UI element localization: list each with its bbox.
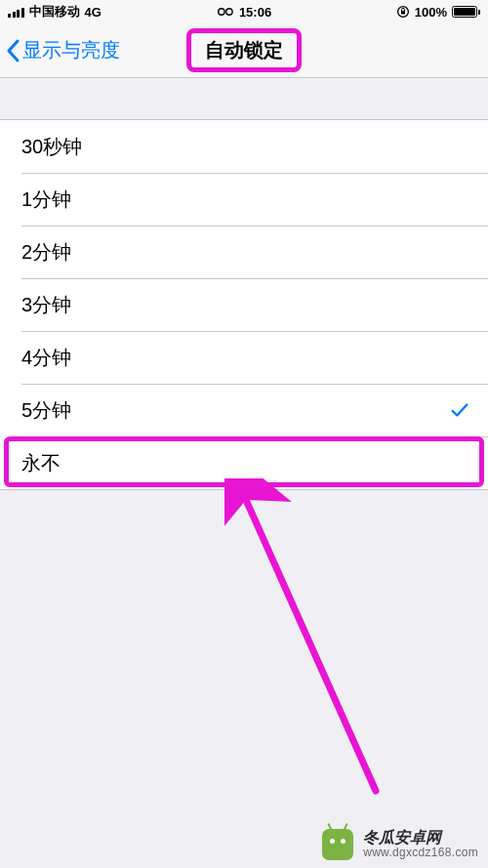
page-title: 自动锁定 xyxy=(186,28,302,72)
watermark-title: 冬瓜安卓网 xyxy=(363,829,478,847)
option-5min[interactable]: 5分钟 xyxy=(0,384,488,436)
hotspot-icon xyxy=(217,7,234,17)
watermark-url: www.dgxcdz168.com xyxy=(363,847,478,860)
network-label: 4G xyxy=(85,5,102,20)
option-label: 4分钟 xyxy=(21,345,71,371)
status-right: 100% xyxy=(396,5,480,20)
option-label: 3分钟 xyxy=(21,292,71,318)
status-center: 15:06 xyxy=(217,5,271,20)
option-label: 5分钟 xyxy=(21,397,71,424)
option-label: 永不 xyxy=(21,450,61,476)
carrier-label: 中国移动 xyxy=(29,3,80,21)
battery-icon xyxy=(452,6,480,18)
option-never[interactable]: 永不 xyxy=(0,436,488,489)
svg-line-4 xyxy=(246,500,376,791)
option-2min[interactable]: 2分钟 xyxy=(0,226,488,278)
option-label: 1分钟 xyxy=(21,186,71,213)
status-bar: 中国移动 4G 15:06 100% xyxy=(0,0,488,23)
status-left: 中国移动 4G xyxy=(8,3,102,21)
battery-pct: 100% xyxy=(415,5,447,20)
spacer xyxy=(0,78,488,119)
svg-point-0 xyxy=(219,9,224,15)
back-button[interactable]: 显示与亮度 xyxy=(0,37,120,63)
orientation-lock-icon xyxy=(396,5,410,19)
option-1min[interactable]: 1分钟 xyxy=(0,173,488,226)
autolock-option-list: 30秒钟 1分钟 2分钟 3分钟 4分钟 5分钟 永不 xyxy=(0,119,488,490)
watermark: 冬瓜安卓网 www.dgxcdz168.com xyxy=(312,821,488,868)
option-label: 2分钟 xyxy=(21,239,71,266)
option-4min[interactable]: 4分钟 xyxy=(0,331,488,384)
svg-point-1 xyxy=(226,9,232,15)
chevron-left-icon xyxy=(6,39,20,62)
option-30s[interactable]: 30秒钟 xyxy=(0,120,488,173)
annotation-arrow xyxy=(224,478,400,810)
option-label: 30秒钟 xyxy=(21,134,82,160)
signal-icon xyxy=(8,6,24,18)
time-label: 15:06 xyxy=(239,5,271,20)
android-icon xyxy=(322,829,353,860)
nav-bar: 显示与亮度 自动锁定 xyxy=(0,23,488,78)
checkmark-icon xyxy=(449,399,470,421)
back-label: 显示与亮度 xyxy=(22,37,120,63)
svg-rect-3 xyxy=(401,11,405,15)
option-3min[interactable]: 3分钟 xyxy=(0,278,488,331)
